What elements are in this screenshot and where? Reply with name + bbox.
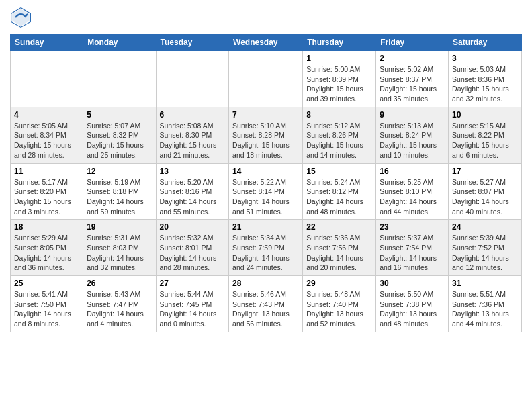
day-info: Sunrise: 5:02 AM Sunset: 8:37 PM Dayligh… <box>380 64 445 104</box>
day-number: 30 <box>380 279 445 288</box>
day-number: 9 <box>380 110 445 120</box>
day-info: Sunrise: 5:50 AM Sunset: 7:38 PM Dayligh… <box>380 289 445 329</box>
weekday-header-thursday: Thursday <box>303 34 376 51</box>
day-info: Sunrise: 5:31 AM Sunset: 8:03 PM Dayligh… <box>87 233 152 273</box>
day-info: Sunrise: 5:36 AM Sunset: 7:56 PM Dayligh… <box>306 233 372 273</box>
day-cell-4: 4Sunrise: 5:05 AM Sunset: 8:34 PM Daylig… <box>11 107 83 163</box>
day-number: 7 <box>232 110 299 120</box>
day-cell-30: 30Sunrise: 5:50 AM Sunset: 7:38 PM Dayli… <box>376 276 449 332</box>
day-info: Sunrise: 5:13 AM Sunset: 8:24 PM Dayligh… <box>380 121 445 161</box>
week-row-4: 18Sunrise: 5:29 AM Sunset: 8:05 PM Dayli… <box>11 220 522 276</box>
day-info: Sunrise: 5:46 AM Sunset: 7:43 PM Dayligh… <box>232 289 299 329</box>
day-info: Sunrise: 5:37 AM Sunset: 7:54 PM Dayligh… <box>380 233 445 273</box>
day-cell-11: 11Sunrise: 5:17 AM Sunset: 8:20 PM Dayli… <box>11 163 83 220</box>
day-info: Sunrise: 5:05 AM Sunset: 8:34 PM Dayligh… <box>14 121 79 161</box>
calendar-table: SundayMondayTuesdayWednesdayThursdayFrid… <box>10 34 522 332</box>
day-number: 29 <box>306 279 372 288</box>
day-cell-7: 7Sunrise: 5:10 AM Sunset: 8:28 PM Daylig… <box>229 107 303 163</box>
day-number: 18 <box>14 222 79 232</box>
day-info: Sunrise: 5:22 AM Sunset: 8:14 PM Dayligh… <box>232 177 299 217</box>
day-number: 20 <box>160 222 226 232</box>
day-number: 1 <box>306 54 372 63</box>
day-cell-6: 6Sunrise: 5:08 AM Sunset: 8:30 PM Daylig… <box>156 107 229 163</box>
day-number: 6 <box>160 110 226 120</box>
day-number: 26 <box>87 279 152 288</box>
day-number: 5 <box>87 110 152 120</box>
day-number: 4 <box>14 110 79 120</box>
day-info: Sunrise: 5:43 AM Sunset: 7:47 PM Dayligh… <box>87 289 152 329</box>
day-info: Sunrise: 5:19 AM Sunset: 8:18 PM Dayligh… <box>87 177 152 217</box>
day-number: 17 <box>452 167 518 176</box>
day-info: Sunrise: 5:07 AM Sunset: 8:32 PM Dayligh… <box>87 121 152 161</box>
day-number: 19 <box>87 222 152 232</box>
day-number: 3 <box>452 54 518 63</box>
day-info: Sunrise: 5:41 AM Sunset: 7:50 PM Dayligh… <box>14 289 79 329</box>
day-cell-3: 3Sunrise: 5:03 AM Sunset: 8:36 PM Daylig… <box>449 51 522 107</box>
day-number: 11 <box>14 167 79 176</box>
header <box>10 7 522 28</box>
day-info: Sunrise: 5:24 AM Sunset: 8:12 PM Dayligh… <box>306 177 372 217</box>
day-number: 12 <box>87 167 152 176</box>
weekday-header-row: SundayMondayTuesdayWednesdayThursdayFrid… <box>11 34 522 51</box>
week-row-2: 4Sunrise: 5:05 AM Sunset: 8:34 PM Daylig… <box>11 107 522 163</box>
day-cell-18: 18Sunrise: 5:29 AM Sunset: 8:05 PM Dayli… <box>11 220 83 276</box>
week-row-5: 25Sunrise: 5:41 AM Sunset: 7:50 PM Dayli… <box>11 276 522 332</box>
weekday-header-tuesday: Tuesday <box>156 34 229 51</box>
day-cell-28: 28Sunrise: 5:46 AM Sunset: 7:43 PM Dayli… <box>229 276 303 332</box>
day-number: 28 <box>232 279 299 288</box>
logo-icon <box>10 7 32 28</box>
day-number: 23 <box>380 222 445 232</box>
day-number: 10 <box>452 110 518 120</box>
day-cell-27: 27Sunrise: 5:44 AM Sunset: 7:45 PM Dayli… <box>156 276 229 332</box>
day-number: 2 <box>380 54 445 63</box>
day-info: Sunrise: 5:03 AM Sunset: 8:36 PM Dayligh… <box>452 64 518 104</box>
day-number: 14 <box>232 167 299 176</box>
day-cell-25: 25Sunrise: 5:41 AM Sunset: 7:50 PM Dayli… <box>11 276 83 332</box>
day-info: Sunrise: 5:10 AM Sunset: 8:28 PM Dayligh… <box>232 121 299 161</box>
day-number: 16 <box>380 167 445 176</box>
day-cell-13: 13Sunrise: 5:20 AM Sunset: 8:16 PM Dayli… <box>156 163 229 220</box>
day-cell-29: 29Sunrise: 5:48 AM Sunset: 7:40 PM Dayli… <box>303 276 376 332</box>
day-cell-19: 19Sunrise: 5:31 AM Sunset: 8:03 PM Dayli… <box>83 220 156 276</box>
day-cell-15: 15Sunrise: 5:24 AM Sunset: 8:12 PM Dayli… <box>303 163 376 220</box>
day-info: Sunrise: 5:44 AM Sunset: 7:45 PM Dayligh… <box>160 289 226 329</box>
day-cell-1: 1Sunrise: 5:00 AM Sunset: 8:39 PM Daylig… <box>303 51 376 107</box>
day-info: Sunrise: 5:32 AM Sunset: 8:01 PM Dayligh… <box>160 233 226 273</box>
day-number: 25 <box>14 279 79 288</box>
logo <box>10 7 34 28</box>
weekday-header-friday: Friday <box>376 34 449 51</box>
day-cell-21: 21Sunrise: 5:34 AM Sunset: 7:59 PM Dayli… <box>229 220 303 276</box>
day-cell-10: 10Sunrise: 5:15 AM Sunset: 8:22 PM Dayli… <box>449 107 522 163</box>
day-number: 31 <box>452 279 518 288</box>
weekday-header-wednesday: Wednesday <box>229 34 303 51</box>
week-row-1: 1Sunrise: 5:00 AM Sunset: 8:39 PM Daylig… <box>11 51 522 107</box>
day-info: Sunrise: 5:29 AM Sunset: 8:05 PM Dayligh… <box>14 233 79 273</box>
day-cell-12: 12Sunrise: 5:19 AM Sunset: 8:18 PM Dayli… <box>83 163 156 220</box>
day-number: 15 <box>306 167 372 176</box>
day-cell-14: 14Sunrise: 5:22 AM Sunset: 8:14 PM Dayli… <box>229 163 303 220</box>
day-cell-16: 16Sunrise: 5:25 AM Sunset: 8:10 PM Dayli… <box>376 163 449 220</box>
day-cell-22: 22Sunrise: 5:36 AM Sunset: 7:56 PM Dayli… <box>303 220 376 276</box>
day-info: Sunrise: 5:17 AM Sunset: 8:20 PM Dayligh… <box>14 177 79 217</box>
day-number: 27 <box>160 279 226 288</box>
day-number: 21 <box>232 222 299 232</box>
day-cell-5: 5Sunrise: 5:07 AM Sunset: 8:32 PM Daylig… <box>83 107 156 163</box>
empty-cell <box>229 51 303 107</box>
day-number: 24 <box>452 222 518 232</box>
day-info: Sunrise: 5:15 AM Sunset: 8:22 PM Dayligh… <box>452 121 518 161</box>
day-info: Sunrise: 5:12 AM Sunset: 8:26 PM Dayligh… <box>306 121 372 161</box>
day-number: 22 <box>306 222 372 232</box>
page: SundayMondayTuesdayWednesdayThursdayFrid… <box>0 0 532 342</box>
day-cell-24: 24Sunrise: 5:39 AM Sunset: 7:52 PM Dayli… <box>449 220 522 276</box>
weekday-header-monday: Monday <box>83 34 156 51</box>
day-info: Sunrise: 5:20 AM Sunset: 8:16 PM Dayligh… <box>160 177 226 217</box>
week-row-3: 11Sunrise: 5:17 AM Sunset: 8:20 PM Dayli… <box>11 163 522 220</box>
empty-cell <box>83 51 156 107</box>
empty-cell <box>156 51 229 107</box>
day-info: Sunrise: 5:34 AM Sunset: 7:59 PM Dayligh… <box>232 233 299 273</box>
day-number: 13 <box>160 167 226 176</box>
day-cell-2: 2Sunrise: 5:02 AM Sunset: 8:37 PM Daylig… <box>376 51 449 107</box>
day-cell-17: 17Sunrise: 5:27 AM Sunset: 8:07 PM Dayli… <box>449 163 522 220</box>
day-info: Sunrise: 5:27 AM Sunset: 8:07 PM Dayligh… <box>452 177 518 217</box>
day-info: Sunrise: 5:39 AM Sunset: 7:52 PM Dayligh… <box>452 233 518 273</box>
